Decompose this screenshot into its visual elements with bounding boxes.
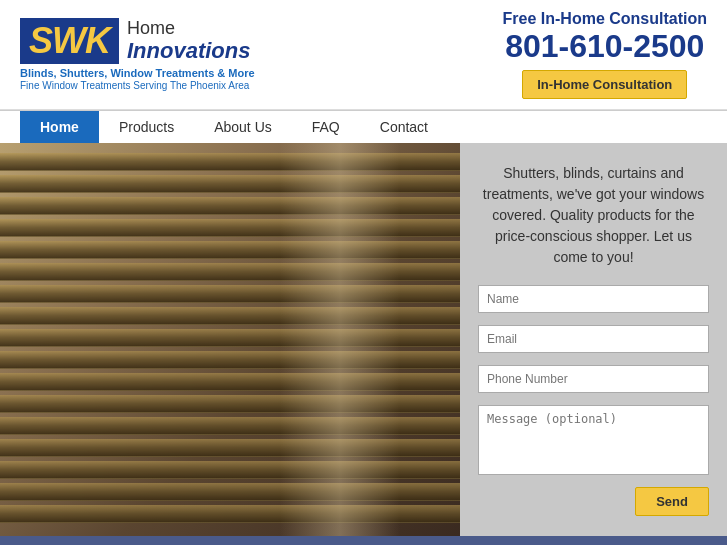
contact-panel: Shutters, blinds, curtains and treatment… [460, 143, 727, 536]
phone-input[interactable] [478, 365, 709, 393]
logo-innovations: Innovations [127, 39, 250, 63]
logo-swk: SWK [29, 20, 110, 61]
nav-home[interactable]: Home [20, 111, 99, 143]
main-content: Shutters, blinds, curtains and treatment… [0, 143, 727, 536]
logo-area: SWK Home Innovations Blinds, Shutters, W… [20, 18, 255, 91]
promo-text: Shutters, blinds, curtains and treatment… [478, 163, 709, 268]
logo-text: Home Innovations [127, 19, 250, 63]
nav-faq[interactable]: FAQ [292, 111, 360, 143]
header-right: Free In-Home Consultation 801-610-2500 I… [503, 10, 707, 99]
logo-top: SWK Home Innovations [20, 18, 255, 64]
email-input[interactable] [478, 325, 709, 353]
hero-image [0, 143, 460, 536]
logo-box: SWK [20, 18, 119, 64]
nav-contact[interactable]: Contact [360, 111, 448, 143]
send-button[interactable]: Send [635, 487, 709, 516]
message-input[interactable] [478, 405, 709, 475]
logo-home: Home [127, 19, 250, 39]
logo-subtitle: Fine Window Treatments Serving The Phoen… [20, 80, 255, 91]
name-input[interactable] [478, 285, 709, 313]
inhome-button[interactable]: In-Home Consultation [522, 70, 687, 99]
navigation: Home Products About Us FAQ Contact [0, 110, 727, 143]
site-header: SWK Home Innovations Blinds, Shutters, W… [0, 0, 727, 110]
nav-about[interactable]: About Us [194, 111, 292, 143]
window-light [280, 143, 400, 536]
logo-tagline: Blinds, Shutters, Window Treatments & Mo… [20, 67, 255, 79]
nav-products[interactable]: Products [99, 111, 194, 143]
consultation-label: Free In-Home Consultation [503, 10, 707, 28]
phone-number: 801-610-2500 [503, 30, 707, 62]
